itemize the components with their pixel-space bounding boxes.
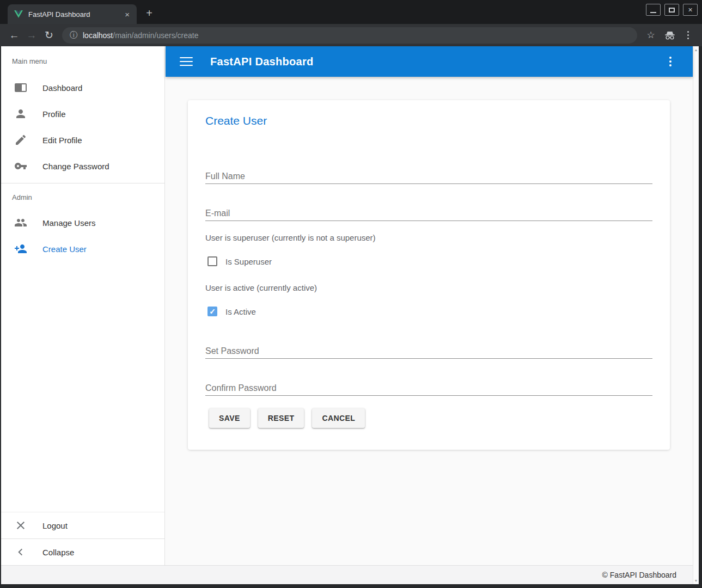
sidebar-item-label: Dashboard	[42, 83, 82, 93]
sidebar-item-dashboard[interactable]: Dashboard	[1, 75, 164, 101]
confirm-password-input[interactable]	[205, 381, 652, 396]
url-host: localhost	[83, 31, 113, 40]
reset-button[interactable]: RESET	[258, 408, 304, 428]
page-info-icon[interactable]: ⓘ	[70, 30, 77, 40]
tab-title: FastAPI Dashboard	[28, 10, 123, 19]
minimize-button[interactable]	[646, 4, 661, 16]
hamburger-menu-icon[interactable]	[180, 57, 193, 66]
superuser-checkbox[interactable]	[207, 256, 217, 266]
sidebar-item-label: Edit Profile	[42, 136, 82, 145]
pencil-icon	[14, 133, 27, 146]
forward-icon[interactable]: →	[23, 29, 40, 41]
form-buttons: SAVE RESET CANCEL	[209, 408, 365, 428]
sidebar-item-logout[interactable]: Logout	[1, 512, 164, 538]
sidebar-item-manage-users[interactable]: Manage Users	[1, 210, 164, 236]
browser-tab[interactable]: FastAPI Dashboard ×	[8, 4, 137, 24]
sidebar-item-label: Collapse	[42, 548, 74, 557]
checkbox-label: Is Active	[225, 307, 256, 316]
set-password-input[interactable]	[205, 344, 652, 359]
sidebar-caption-main-menu: Main menu	[1, 46, 164, 66]
superuser-note: User is superuser (currently is not a su…	[205, 233, 376, 242]
key-icon	[14, 160, 27, 173]
page-title: Create User	[205, 114, 267, 127]
address-bar[interactable]: ⓘ localhost/main/admin/users/create	[62, 27, 637, 44]
bookmark-star-icon[interactable]: ☆	[643, 29, 659, 41]
sidebar: Main menu Dashboard Profile Edit Profile	[1, 46, 165, 565]
scroll-up-icon[interactable]: ▲	[694, 48, 698, 52]
incognito-icon	[661, 31, 679, 40]
reload-icon[interactable]: ↻	[40, 29, 58, 41]
app-menu-icon[interactable]	[663, 57, 677, 66]
dashboard-icon	[14, 81, 27, 94]
superuser-checkbox-row[interactable]: Is Superuser	[207, 256, 272, 266]
sidebar-bottom: Logout Collapse	[1, 512, 164, 565]
maximize-button[interactable]	[664, 4, 679, 16]
sidebar-item-edit-profile[interactable]: Edit Profile	[1, 127, 164, 153]
sidebar-item-collapse[interactable]: Collapse	[1, 539, 164, 565]
tab-bar: FastAPI Dashboard × + ×	[0, 0, 702, 24]
active-checkbox-row[interactable]: ✓ Is Active	[207, 307, 256, 316]
save-button[interactable]: SAVE	[209, 408, 250, 428]
sidebar-item-label: Change Password	[42, 162, 109, 171]
close-button[interactable]: ×	[683, 4, 698, 16]
active-checkbox[interactable]: ✓	[207, 307, 217, 316]
chevron-left-icon	[14, 546, 27, 559]
page: Main menu Dashboard Profile Edit Profile	[1, 46, 699, 584]
person-icon	[14, 107, 27, 120]
sidebar-item-change-password[interactable]: Change Password	[1, 153, 164, 179]
group-icon	[14, 216, 27, 229]
back-icon[interactable]: ←	[5, 29, 23, 41]
scroll-down-icon[interactable]: ▼	[694, 579, 698, 583]
copyright: © FastAPI Dashboard	[602, 571, 676, 579]
tab-close-icon[interactable]: ×	[123, 10, 131, 19]
url-path: /main/admin/users/create	[113, 31, 198, 40]
active-note: User is active (currently active)	[205, 283, 317, 292]
scrollbar[interactable]: ▲ ▼	[693, 46, 699, 584]
new-tab-button[interactable]: +	[143, 8, 156, 19]
checkbox-label: Is Superuser	[225, 257, 272, 266]
email-input[interactable]	[205, 206, 652, 221]
sidebar-item-label: Create User	[42, 244, 87, 254]
browser-toolbar: ← → ↻ ⓘ localhost/main/admin/users/creat…	[0, 24, 702, 46]
app-footer: © FastAPI Dashboard	[1, 565, 693, 584]
browser-menu-icon[interactable]	[681, 31, 695, 39]
sidebar-item-profile[interactable]: Profile	[1, 101, 164, 127]
sidebar-caption-admin: Admin	[1, 183, 164, 202]
sidebar-item-label: Profile	[42, 109, 66, 119]
app-bar: FastAPI Dashboard	[166, 46, 693, 77]
person-add-icon	[14, 242, 27, 255]
sidebar-item-create-user[interactable]: Create User	[1, 236, 164, 262]
toolbar-actions: ☆	[643, 29, 695, 41]
main-area: FastAPI Dashboard Create User User is su…	[166, 46, 693, 565]
browser-window: FastAPI Dashboard × + × ← → ↻ ⓘ localhos…	[0, 0, 702, 588]
create-user-card: Create User User is superuser (currently…	[188, 100, 670, 450]
vue-logo-icon	[14, 10, 23, 19]
app-title: FastAPI Dashboard	[210, 56, 314, 68]
sidebar-item-label: Logout	[42, 521, 68, 530]
full-name-input[interactable]	[205, 169, 652, 184]
window-controls: ×	[646, 4, 698, 16]
cancel-button[interactable]: CANCEL	[312, 408, 365, 428]
sidebar-item-label: Manage Users	[42, 218, 96, 228]
close-icon	[14, 519, 27, 532]
